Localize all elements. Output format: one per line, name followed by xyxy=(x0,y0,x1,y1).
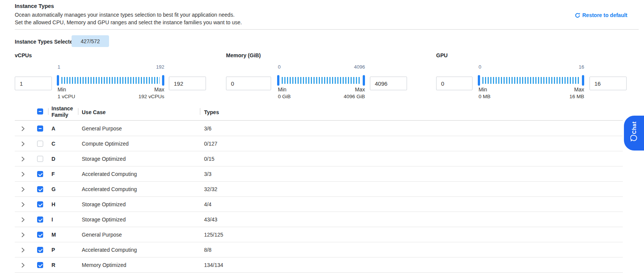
vcpus-slider-min-handle[interactable] xyxy=(57,75,59,86)
instance-family-cell: R xyxy=(51,262,55,268)
row-checkbox[interactable] xyxy=(37,262,43,268)
restore-icon xyxy=(575,13,580,18)
expand-chevron-icon[interactable] xyxy=(20,156,26,162)
row-checkbox[interactable] xyxy=(37,232,43,238)
expand-chevron-icon[interactable] xyxy=(20,187,26,192)
expand-chevron-icon[interactable] xyxy=(20,262,26,268)
gpu-slider-ticks xyxy=(482,77,580,84)
vcpus-range-max-label: 192 xyxy=(126,64,164,70)
gpu-max-caption: Max xyxy=(546,86,584,93)
header-divider xyxy=(15,29,639,30)
expand-chevron-icon[interactable] xyxy=(20,126,26,132)
vcpus-range-min-label: 1 xyxy=(58,64,60,70)
use-case-cell: Storage Optimized xyxy=(82,156,126,162)
table-row: D Storage Optimized 0/15 xyxy=(15,151,623,166)
use-case-cell: Memory Optimized xyxy=(82,262,126,268)
use-case-cell: General Purpose xyxy=(82,126,122,132)
memory-max-input[interactable] xyxy=(370,77,407,90)
gpu-range-max-label: 16 xyxy=(546,64,584,70)
types-cell: 134/134 xyxy=(204,262,223,268)
table-row: P Accelerated Computing 8/8 xyxy=(15,242,623,257)
gpu-slider xyxy=(478,74,584,86)
types-cell: 32/32 xyxy=(204,186,217,192)
expand-chevron-icon[interactable] xyxy=(20,171,26,177)
memory-range-max-label: 4096 xyxy=(327,64,365,70)
column-header-types: Types xyxy=(204,109,219,115)
vcpus-slider-max-handle[interactable] xyxy=(162,75,164,86)
memory-slider-max-handle[interactable] xyxy=(363,75,365,86)
expand-chevron-icon[interactable] xyxy=(20,232,26,238)
column-separator xyxy=(48,108,48,115)
table-row: F Accelerated Computing 3/3 xyxy=(15,166,623,182)
description-line-1: Ocean automatically manages your instanc… xyxy=(15,12,235,18)
table-row: H Storage Optimized 4/4 xyxy=(15,197,623,212)
gpu-slider-max-handle[interactable] xyxy=(582,75,584,86)
use-case-cell: Accelerated Computing xyxy=(82,247,137,253)
table-row: R Memory Optimized 134/134 xyxy=(15,257,623,273)
row-checkbox[interactable] xyxy=(37,217,43,223)
vcpus-min-sub-caption: 1 vCPU xyxy=(58,94,75,99)
table-row: I Storage Optimized 43/43 xyxy=(15,212,623,227)
expand-chevron-icon[interactable] xyxy=(20,247,26,253)
row-checkbox[interactable] xyxy=(37,201,43,207)
memory-range-min-label: 0 xyxy=(278,64,281,70)
column-separator xyxy=(78,108,78,115)
row-checkbox[interactable] xyxy=(37,126,43,132)
row-checkbox[interactable] xyxy=(37,156,43,162)
types-cell: 4/4 xyxy=(204,201,211,207)
gpu-min-sub-caption: 0 MB xyxy=(479,94,491,99)
vcpus-slider xyxy=(57,74,164,86)
row-checkbox[interactable] xyxy=(37,247,43,253)
expand-chevron-icon[interactable] xyxy=(20,141,26,147)
gpu-section-label: GPU xyxy=(436,52,448,58)
memory-slider xyxy=(277,74,365,86)
chat-button[interactable]: Chat xyxy=(624,116,644,151)
instance-family-cell: D xyxy=(51,156,55,162)
gpu-max-sub-caption: 16 MB xyxy=(539,94,584,99)
table-row: C Compute Optimized 0/127 xyxy=(15,136,623,151)
instance-family-cell: I xyxy=(51,217,53,223)
use-case-cell: Accelerated Computing xyxy=(82,171,137,177)
vcpus-max-sub-caption: 192 vCPUs xyxy=(119,94,164,99)
instance-family-cell: G xyxy=(51,186,56,192)
gpu-slider-min-handle[interactable] xyxy=(478,75,480,86)
memory-min-caption: Min xyxy=(278,86,287,93)
vcpus-min-input[interactable] xyxy=(15,77,52,90)
instance-types-selected-label: Instance Types Selected: xyxy=(15,39,78,45)
vcpus-slider-ticks xyxy=(61,77,160,84)
chat-label: Chat xyxy=(631,121,637,134)
row-checkbox[interactable] xyxy=(37,171,43,177)
vcpus-min-caption: Min xyxy=(58,86,66,93)
gpu-min-input[interactable] xyxy=(436,77,472,90)
gpu-range-min-label: 0 xyxy=(479,64,481,70)
memory-max-caption: Max xyxy=(327,86,365,93)
types-cell: 3/6 xyxy=(204,126,211,132)
gpu-min-caption: Min xyxy=(479,86,487,93)
chat-bubble-icon xyxy=(630,135,638,142)
column-header-family: Instance Family xyxy=(51,105,75,118)
instance-types-panel: Instance Types Ocean automatically manag… xyxy=(0,0,644,273)
vcpus-section-label: vCPUs xyxy=(15,52,32,58)
table-row: G Accelerated Computing 32/32 xyxy=(15,182,623,197)
expand-chevron-icon[interactable] xyxy=(20,217,26,223)
row-checkbox[interactable] xyxy=(37,141,43,147)
restore-to-default-button[interactable]: Restore to default xyxy=(575,12,627,18)
types-cell: 43/43 xyxy=(204,217,217,223)
types-cell: 0/127 xyxy=(204,141,217,147)
table-body: A General Purpose 3/6 C Compute Optimize… xyxy=(15,121,623,273)
page-title: Instance Types xyxy=(15,3,54,9)
instance-family-cell: H xyxy=(51,201,55,207)
expand-chevron-icon[interactable] xyxy=(20,202,26,207)
instance-family-cell: A xyxy=(51,126,55,132)
select-all-checkbox[interactable] xyxy=(37,108,43,115)
row-checkbox[interactable] xyxy=(37,186,43,192)
memory-slider-min-handle[interactable] xyxy=(277,75,279,86)
gpu-max-input[interactable] xyxy=(589,77,627,90)
types-cell: 0/15 xyxy=(204,156,214,162)
restore-label: Restore to default xyxy=(582,12,627,18)
use-case-cell: Compute Optimized xyxy=(82,141,129,147)
instance-family-cell: F xyxy=(51,171,55,177)
memory-min-input[interactable] xyxy=(226,77,271,90)
vcpus-max-input[interactable] xyxy=(169,77,206,90)
use-case-cell: General Purpose xyxy=(82,232,122,238)
